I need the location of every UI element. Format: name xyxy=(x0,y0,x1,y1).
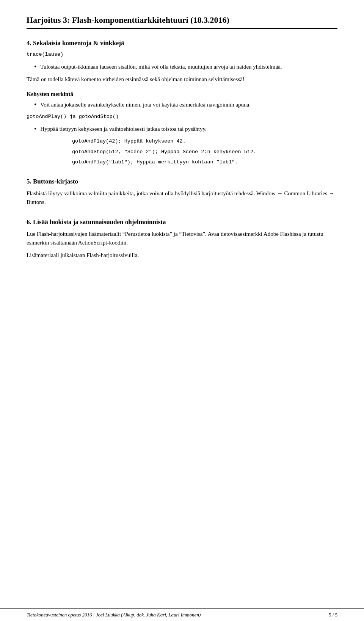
goto-subsection: gotoAndPlay() ja gotoAndStop() Hyppää ti… xyxy=(27,113,337,166)
section-5: 5. Buttons-kirjasto Flashistä löytyy val… xyxy=(27,178,337,207)
footer-left-text: Tietokoneavusteinen opetus 2016 | Joel L… xyxy=(27,612,201,618)
goto-bullet-item: Hyppää tiettyyn kehykseen ja vaihtoehtoi… xyxy=(27,125,337,133)
goto-bullet-text: Hyppää tiettyyn kehykseen ja vaihtoehtoi… xyxy=(40,125,337,133)
section-6-paragraph-1: Lue Flash-harjoitussivujen lisämateriaal… xyxy=(27,230,337,248)
kehysten-bullet-text: Voit antaa jokaiselle avainkehykselle ni… xyxy=(40,100,337,109)
section-5-heading: 5. Buttons-kirjasto xyxy=(27,178,337,185)
goto-code-heading: gotoAndPlay() ja gotoAndStop() xyxy=(27,113,337,121)
goto-bullet-list: Hyppää tiettyyn kehykseen ja vaihtoehtoi… xyxy=(27,125,337,133)
kehysten-bullet-list: Voit antaa jokaiselle avainkehykselle ni… xyxy=(27,100,337,109)
goto-example-3: gotoAndPlay("lab1"); Hyppää merkittyyn k… xyxy=(72,158,337,166)
section-4-heading: 4. Sekalaisia komentoja & vinkkejä xyxy=(27,39,337,47)
kehysten-bullet-item: Voit antaa jokaiselle avainkehykselle ni… xyxy=(27,100,337,109)
goto-example-1-desc: Hyppää kehykseen 42. xyxy=(121,138,186,144)
trace-code-heading: trace(lause) xyxy=(27,51,337,59)
section-6-paragraph-2: Lisämateriaali julkaistaan Flash-harjoit… xyxy=(27,251,337,260)
goto-example-2-desc: Hyppää Scene 2:n kehykseen 512. xyxy=(158,149,256,155)
trace-bullet-list: Tulostaa output-ikkunaan lauseen sisällö… xyxy=(27,63,337,71)
trace-bullet-item: Tulostaa output-ikkunaan lauseen sisällö… xyxy=(27,63,337,71)
section-6-heading: 6. Lisää luokista ja satunnaisuuden ohje… xyxy=(27,218,337,226)
page-title: Harjoitus 3: Flash-komponenttiarkkitehtu… xyxy=(27,15,337,29)
goto-example-2-code: gotoAndStop(512, "Scene 2"); xyxy=(72,149,158,155)
page-content: Harjoitus 3: Flash-komponenttiarkkitehtu… xyxy=(0,0,364,603)
trace-subsection: trace(lause) Tulostaa output-ikkunaan la… xyxy=(27,51,337,84)
kehysten-heading: Kehysten merkintä xyxy=(27,91,337,97)
goto-example-1: gotoAndPlay(42); Hyppää kehykseen 42. xyxy=(72,137,337,146)
section-5-paragraph: Flashistä löytyy valikoima valmiita pain… xyxy=(27,189,337,207)
page-footer: Tietokoneavusteinen opetus 2016 | Joel L… xyxy=(0,608,364,621)
goto-example-3-desc: Hyppää merkittyyn kohtaan ”lab1”. xyxy=(133,159,238,165)
section-4: 4. Sekalaisia komentoja & vinkkejä trace… xyxy=(27,39,337,166)
goto-example-2: gotoAndStop(512, "Scene 2"); Hyppää Scen… xyxy=(72,148,337,156)
kehysten-subsection: Kehysten merkintä Voit antaa jokaiselle … xyxy=(27,91,337,109)
section-6: 6. Lisää luokista ja satunnaisuuden ohje… xyxy=(27,218,337,260)
footer-page-number: 5 / 5 xyxy=(329,612,337,618)
goto-example-3-code: gotoAndPlay("lab1"); xyxy=(72,159,133,165)
trace-bullet-text: Tulostaa output-ikkunaan lauseen sisällö… xyxy=(40,63,337,71)
goto-example-1-code: gotoAndPlay(42); xyxy=(72,138,121,144)
trace-paragraph: Tämä on todella kätevä komento virheiden… xyxy=(27,75,337,84)
